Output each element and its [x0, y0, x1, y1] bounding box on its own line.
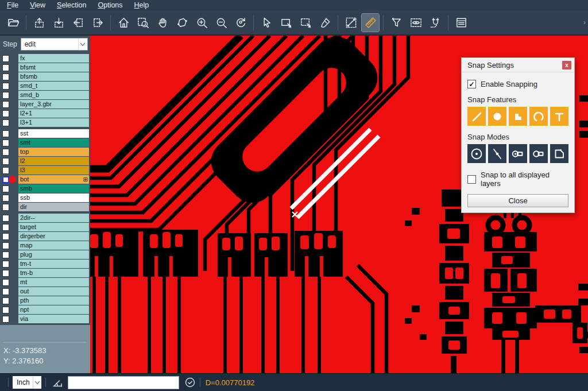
layer-row-smb[interactable]: smb: [0, 184, 90, 193]
layer-label[interactable]: layer_3.gbr: [18, 100, 89, 109]
arc-feature-button[interactable]: [529, 107, 548, 126]
layer-visibility-checkbox[interactable]: [2, 158, 9, 165]
group-select-button[interactable]: [297, 14, 314, 32]
close-icon[interactable]: x: [562, 61, 571, 69]
layer-row-l3+1[interactable]: l3+1: [0, 118, 90, 127]
layer-row-layer_3.gbr[interactable]: layer_3.gbr: [0, 100, 90, 109]
layer-row-pth[interactable]: pth: [0, 296, 90, 305]
layer-label[interactable]: l3: [18, 166, 89, 175]
layer-label[interactable]: tm-t: [18, 260, 89, 268]
layer-row-l2[interactable]: l2: [0, 157, 90, 165]
layer-row-mt[interactable]: mt: [0, 278, 90, 287]
filter-button[interactable]: [388, 14, 405, 32]
layer-label[interactable]: bot⊞: [18, 175, 89, 184]
layers-form-button[interactable]: [452, 14, 470, 32]
layer-label[interactable]: out: [18, 287, 89, 296]
layer-row-smd_t[interactable]: smd_t: [0, 82, 90, 90]
step-dropdown[interactable]: edit: [21, 38, 88, 51]
polygon-zoom-button[interactable]: [173, 14, 191, 32]
layer-row-2dir--[interactable]: 2dir--: [0, 214, 90, 222]
select-cursor-button[interactable]: [258, 14, 275, 32]
menu-view[interactable]: View: [24, 0, 51, 10]
zoom-undo-button[interactable]: [232, 14, 249, 32]
layer-row-top[interactable]: top: [0, 148, 90, 156]
layer-label[interactable]: sst: [18, 129, 89, 138]
zoom-in-button[interactable]: [193, 14, 210, 32]
layer-row-fx[interactable]: fx: [0, 54, 90, 63]
dialog-title-bar[interactable]: Snap Settings x: [462, 58, 574, 72]
layer-label[interactable]: ssb: [18, 193, 89, 202]
menu-help[interactable]: Help: [129, 0, 155, 10]
layer-visibility-checkbox[interactable]: [2, 149, 9, 156]
snap-all-layers-checkbox[interactable]: Snap to all displayed layers: [467, 171, 568, 188]
zoom-out-button[interactable]: [212, 14, 230, 32]
brush-clear-button[interactable]: [316, 14, 334, 32]
layer-visibility-checkbox[interactable]: [2, 307, 9, 313]
layer-visibility-checkbox[interactable]: [2, 224, 9, 231]
layer-row-sst[interactable]: sst: [0, 129, 90, 138]
layer-row-bfsmb[interactable]: bfsmb: [0, 72, 90, 81]
layer-row-bot[interactable]: bot⊞: [0, 175, 90, 184]
layer-label[interactable]: smb: [18, 184, 89, 193]
layer-visibility-checkbox[interactable]: [2, 204, 9, 211]
layer-label[interactable]: npt: [18, 305, 89, 314]
checkbox-unchecked-icon[interactable]: [467, 175, 476, 184]
angle-measure-icon[interactable]: [52, 377, 63, 388]
layer-row-via[interactable]: via: [0, 315, 90, 323]
layer-visibility-checkbox[interactable]: [2, 316, 9, 323]
layer-row-target[interactable]: target: [0, 223, 90, 231]
layer-label[interactable]: mt: [18, 278, 89, 287]
layer-row-smd_b[interactable]: smd_b: [0, 91, 90, 99]
layer-row-bfsmt[interactable]: bfsmt: [0, 63, 90, 72]
layer-visibility-checkbox[interactable]: [2, 140, 9, 146]
layer-visibility-checkbox[interactable]: [2, 64, 9, 71]
layer-visibility-checkbox[interactable]: [2, 130, 9, 137]
layer-visibility-checkbox[interactable]: [2, 279, 9, 286]
layer-visibility-checkbox[interactable]: [2, 195, 9, 202]
layer-row-tm-t[interactable]: tm-t: [0, 260, 90, 268]
layer-label[interactable]: l3+1: [18, 118, 89, 127]
layer-row-npt[interactable]: npt: [0, 305, 90, 314]
layer-visibility-checkbox[interactable]: [2, 110, 9, 117]
layer-label[interactable]: l2: [18, 157, 89, 165]
layer-label[interactable]: 2dir--: [18, 214, 89, 222]
shift-down-button[interactable]: [50, 14, 67, 32]
layer-visibility-checkbox[interactable]: [2, 73, 9, 80]
layer-label[interactable]: pth: [18, 296, 89, 305]
layer-visibility-checkbox[interactable]: [2, 83, 9, 90]
slot-origin-mode-button[interactable]: [509, 144, 527, 163]
home-button[interactable]: [115, 14, 132, 32]
layer-visibility-checkbox[interactable]: [2, 215, 9, 222]
layer-label[interactable]: smd_b: [18, 91, 89, 99]
measure-line-button[interactable]: [342, 14, 359, 32]
layer-label[interactable]: top: [18, 148, 89, 156]
layer-visibility-checkbox[interactable]: [2, 288, 9, 295]
center-mode-button[interactable]: [467, 144, 486, 163]
rect-select-button[interactable]: [277, 14, 295, 32]
surface-feature-button[interactable]: [509, 107, 527, 126]
close-button[interactable]: Close: [467, 194, 568, 207]
shift-right-button[interactable]: [89, 14, 106, 32]
layer-row-tm-b[interactable]: tm-b: [0, 269, 90, 277]
closest-point-mode-button[interactable]: [488, 144, 506, 163]
layer-label[interactable]: map: [18, 241, 89, 250]
layer-label[interactable]: via: [18, 315, 89, 323]
layer-visibility-checkbox[interactable]: [2, 233, 9, 240]
pan-hand-button[interactable]: [154, 14, 171, 32]
layer-row-dir[interactable]: dir: [0, 203, 90, 211]
text-feature-button[interactable]: [550, 107, 568, 126]
layer-label[interactable]: fx: [18, 54, 89, 63]
command-input[interactable]: [68, 376, 179, 389]
pcb-canvas[interactable]: Snap Settings x ✓ Enable Snapping Snap F…: [90, 36, 588, 373]
layer-row-map[interactable]: map: [0, 241, 90, 250]
layer-visibility-checkbox[interactable]: [2, 242, 9, 249]
layer-label[interactable]: dir: [18, 203, 89, 211]
circle-check-icon[interactable]: [184, 377, 196, 388]
layer-row-plug[interactable]: plug: [0, 250, 90, 259]
enable-snapping-checkbox[interactable]: ✓ Enable Snapping: [467, 80, 568, 88]
layer-visibility-checkbox[interactable]: [2, 119, 9, 126]
checkbox-checked-icon[interactable]: ✓: [467, 80, 476, 88]
view-eye-button[interactable]: [407, 14, 424, 32]
layer-visibility-checkbox[interactable]: [2, 185, 9, 192]
contour-mode-button[interactable]: [550, 144, 568, 163]
